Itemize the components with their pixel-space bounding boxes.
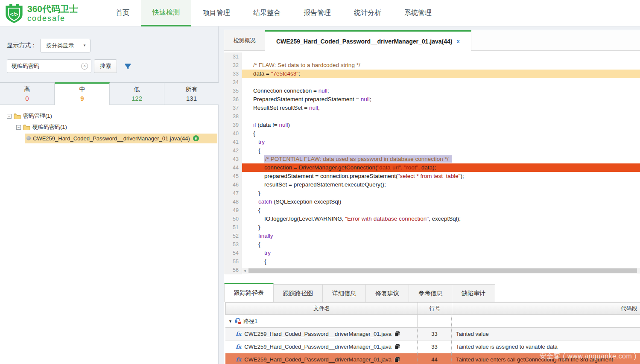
display-mode-select[interactable]: 按分类显示 ▼ [40, 39, 91, 52]
trace-row[interactable]: fxCWE259_Hard_Coded_Password__driverMana… [225, 341, 640, 353]
code-segment: null [361, 96, 370, 102]
scrollbar-thumb[interactable] [248, 268, 637, 273]
source-doc-icon [395, 331, 400, 337]
code-text: IO.logger.log(Level.WARNING, "Error with… [242, 215, 640, 223]
code-line-42: 42{ [224, 146, 640, 155]
code-text: { [242, 146, 640, 155]
severity-label: 中 [55, 86, 109, 93]
source-doc-icon [395, 357, 400, 362]
code-text: Connection connection = null; [242, 87, 640, 95]
trace-row[interactable]: fxCWE259_Hard_Coded_Password__driverMana… [225, 328, 640, 341]
trace-row-file-cell: fxCWE259_Hard_Coded_Password__driverMana… [225, 353, 418, 364]
nav-item-项目管理[interactable]: 项目管理 [191, 0, 242, 26]
code-text [242, 78, 640, 87]
code-text [242, 112, 640, 121]
code-text: { [242, 129, 640, 138]
code-line-41: 41try [224, 138, 640, 146]
code-segment: , exceptSql); [429, 215, 461, 222]
line-number: 46 [224, 181, 242, 189]
nav-item-统计分析[interactable]: 统计分析 [342, 0, 393, 26]
tab-open-file[interactable]: CWE259_Hard_Coded_Password__driverManage… [265, 30, 471, 51]
code-text: preparedStatement = connection.prepareSt… [242, 172, 640, 181]
severity-label: 高 [0, 86, 54, 93]
code-line-38: 38 [224, 112, 640, 121]
line-number: 50 [224, 215, 242, 223]
trace-tab-缺陷审计[interactable]: 缺陷审计 [452, 284, 495, 302]
code-segment: "Error with database connection" [345, 215, 429, 222]
code-text: { [242, 240, 640, 249]
trace-row-line: 44 [418, 353, 452, 364]
trace-row-line: 33 [418, 328, 452, 340]
table-header: 文件名 行号 代码段 [225, 302, 640, 315]
trace-tab-详细信息[interactable]: 详细信息 [323, 284, 366, 302]
search-row: ✕ 搜索 [7, 59, 132, 73]
filter-funnel-icon[interactable] [124, 63, 132, 70]
code-segment: null [279, 122, 288, 128]
trace-tab-参考信息[interactable]: 参考信息 [409, 284, 452, 302]
line-number: 47 [224, 189, 242, 198]
trace-row-filename: CWE259_Hard_Coded_Password__driverManage… [244, 344, 392, 350]
tab-overview[interactable]: 检测概况 [224, 30, 265, 50]
code-viewer: 3132/* FLAW: Set data to a hardcoded str… [224, 51, 640, 274]
close-icon[interactable]: x [456, 38, 459, 44]
search-button[interactable]: 搜索 [94, 59, 117, 73]
nav-item-首页[interactable]: 首页 [104, 0, 141, 26]
nav-item-报告管理[interactable]: 报告管理 [292, 0, 342, 26]
line-number: 36 [224, 95, 242, 104]
logo-title: 360代码卫士 [27, 4, 78, 14]
line-number: 49 [224, 206, 242, 215]
code-segment: /* FLAW: Set data to a hardcoded string … [253, 62, 360, 68]
line-number: 55 [224, 257, 242, 266]
defect-bullet-icon [26, 136, 31, 140]
code-segment: , data); [418, 164, 436, 171]
severity-tab-低[interactable]: 低122 [110, 82, 164, 105]
line-number: 44 [224, 163, 242, 172]
trace-tab-strip: 跟踪路径表跟踪路径图详细信息修复建议参考信息缺陷审计 [224, 283, 640, 302]
severity-tab-所有[interactable]: 所有131 [164, 82, 219, 105]
trace-tab-跟踪路径图[interactable]: 跟踪路径图 [274, 284, 323, 302]
trace-row-description: Tainted value [452, 328, 640, 340]
tree-node[interactable]: −硬编码密码(1) [0, 122, 218, 133]
collapse-box-icon[interactable]: − [7, 114, 12, 119]
code-segment: data = [253, 70, 271, 77]
scroll-left-icon[interactable]: ◄ [243, 268, 246, 274]
severity-tab-高[interactable]: 高0 [0, 82, 55, 105]
code-line-45: 45preparedStatement = connection.prepare… [224, 172, 640, 181]
nav-item-快速检测[interactable]: 快速检测 [141, 0, 191, 26]
line-number: 33 [224, 70, 242, 78]
severity-tab-中[interactable]: 中9 [55, 82, 110, 105]
collapse-box-icon[interactable]: − [16, 125, 21, 130]
file-tab-strip: 检测概况 CWE259_Hard_Coded_Password__driverM… [224, 30, 640, 51]
line-number: 52 [224, 232, 242, 240]
nav-item-系统管理[interactable]: 系统管理 [393, 0, 443, 26]
code-line-35: 35Connection connection = null; [224, 87, 640, 95]
collapse-triangle-icon[interactable]: ▼ [228, 319, 232, 323]
code-line-46: 46resultSet = preparedStatement.executeQ… [224, 181, 640, 189]
tree-node[interactable]: −密码管理(1) [0, 111, 218, 122]
code-segment: Connection connection = [253, 87, 319, 94]
trace-tab-修复建议[interactable]: 修复建议 [366, 284, 409, 302]
logo-subtitle: codesafe [27, 14, 78, 23]
code-line-55: 55{ [224, 257, 640, 266]
horizontal-scrollbar[interactable]: ◄ [242, 268, 640, 274]
line-number: 39 [224, 121, 242, 129]
search-input[interactable] [7, 59, 91, 73]
tree-leaf[interactable]: CWE259_Hard_Coded_Password__driverManage… [25, 134, 217, 143]
severity-label: 所有 [164, 86, 219, 93]
code-line-51: 51} [224, 223, 640, 232]
path-group-row[interactable]: ▼ 路径1 [225, 315, 640, 328]
trace-tab-跟踪路径表[interactable]: 跟踪路径表 [224, 283, 274, 302]
nav-item-结果整合[interactable]: 结果整合 [242, 0, 292, 26]
clear-search-icon[interactable]: ✕ [81, 63, 88, 70]
code-segment: connection = DriverManager.getConnection… [264, 164, 377, 171]
code-line-43: 43/* POTENTIAL FLAW: data used as passwo… [224, 155, 640, 163]
code-segment: "data-url" [377, 164, 401, 171]
code-line-31: 31 [224, 52, 640, 61]
code-segment: { [264, 258, 266, 265]
tree-node[interactable]: CWE259_Hard_Coded_Password__driverManage… [0, 133, 218, 144]
nav-menu: 首页快速检测项目管理结果整合报告管理统计分析系统管理 [104, 0, 443, 26]
logo: </> 360代码卫士 codesafe [4, 3, 78, 23]
tree-node-label: 硬编码密码(1) [32, 123, 67, 131]
trace-row-line: 33 [418, 341, 452, 353]
code-text [242, 52, 640, 61]
